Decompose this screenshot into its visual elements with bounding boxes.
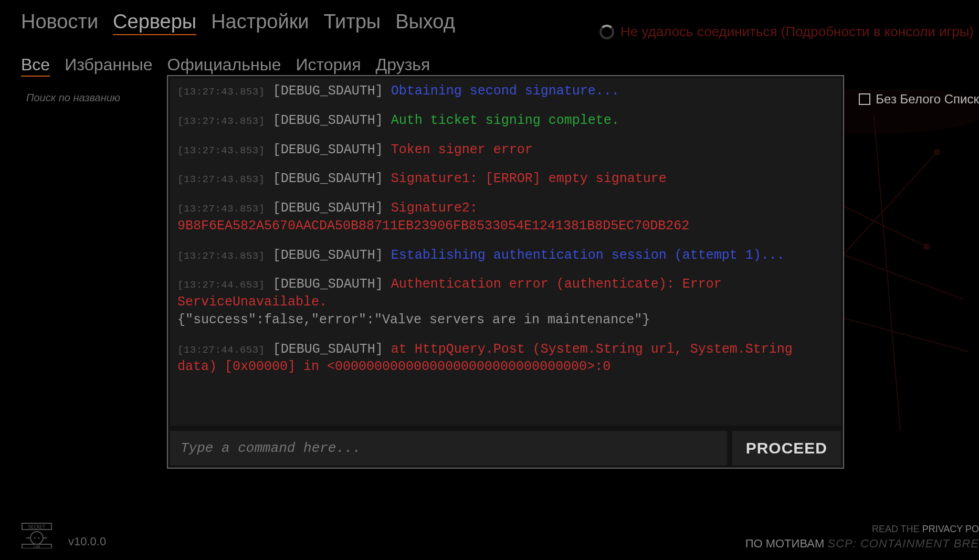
footer-left: SECRET LAB v10.0.0 — [21, 522, 106, 548]
nav-item-1[interactable]: Серверы — [113, 10, 196, 35]
inspiration-line: ПО МОТИВАМ SCP: CONTAINMENT BRE — [745, 537, 979, 551]
proceed-button[interactable]: PROCEED — [732, 431, 841, 466]
server-filter-tabs: ВсеИзбранныеОфициальныеИсторияДрузья — [21, 55, 430, 77]
console-input-row: PROCEED — [170, 431, 841, 466]
log-line: [13:27:43.853] [DEBUG_SDAUTH] Token sign… — [177, 141, 834, 159]
motive-prefix: ПО МОТИВАМ — [745, 537, 828, 550]
log-line: [13:27:43.853] [DEBUG_SDAUTH] Signature2… — [177, 199, 834, 235]
svg-text:SECRET: SECRET — [28, 524, 46, 530]
svg-point-14 — [34, 537, 36, 539]
connection-status: Не удалось соединиться (Подробности в ко… — [599, 24, 974, 40]
log-line: [13:27:43.853] [DEBUG_SDAUTH] Auth ticke… — [177, 112, 834, 130]
connection-text: Не удалось соединиться (Подробности в ко… — [620, 24, 974, 40]
console-log: [13:27:43.853] [DEBUG_SDAUTH] Obtaining … — [170, 78, 841, 426]
command-input[interactable] — [170, 431, 727, 466]
svg-point-6 — [924, 244, 929, 249]
without-whitelist-checkbox[interactable]: Без Белого Списк — [859, 92, 979, 107]
filter-tab-1[interactable]: Избранные — [65, 55, 152, 77]
nav-item-4[interactable]: Выход — [395, 10, 455, 35]
nav-item-3[interactable]: Титры — [324, 10, 381, 35]
log-line: [13:27:43.853] [DEBUG_SDAUTH] Establishi… — [177, 247, 834, 265]
nav-item-2[interactable]: Настройки — [211, 10, 309, 35]
debug-console: [13:27:43.853] [DEBUG_SDAUTH] Obtaining … — [167, 75, 844, 469]
svg-point-9 — [934, 150, 940, 155]
main-nav: НовостиСерверыНастройкиТитрыВыход — [21, 10, 455, 35]
svg-point-15 — [38, 537, 40, 539]
privacy-link[interactable]: PRIVACY PO — [922, 524, 979, 534]
checkbox-icon[interactable] — [859, 93, 870, 105]
log-line: [13:27:44.653] [DEBUG_SDAUTH] at HttpQue… — [177, 341, 834, 376]
version-label: v10.0.0 — [68, 535, 106, 548]
privacy-line: READ THE PRIVACY PO — [745, 524, 979, 535]
filter-tab-4[interactable]: Друзья — [376, 55, 430, 77]
footer-right: READ THE PRIVACY PO ПО МОТИВАМ SCP: CONT… — [745, 524, 979, 551]
loading-spinner-icon — [599, 25, 614, 39]
log-line: [13:27:43.853] [DEBUG_SDAUTH] Obtaining … — [177, 82, 834, 100]
filter-tab-0[interactable]: Все — [21, 55, 50, 77]
filter-tab-2[interactable]: Официальные — [167, 55, 281, 77]
filter-tab-3[interactable]: История — [296, 55, 361, 77]
svg-text:LAB: LAB — [34, 545, 40, 548]
svg-point-13 — [30, 532, 43, 544]
search-input[interactable]: Поиск по названию — [26, 92, 120, 104]
svg-line-4 — [874, 115, 900, 430]
whitelist-label: Без Белого Списк — [876, 92, 979, 107]
log-line: [13:27:44.653] [DEBUG_SDAUTH] Authentica… — [177, 276, 834, 329]
nav-item-0[interactable]: Новости — [21, 10, 98, 35]
privacy-prefix: READ THE — [872, 524, 922, 534]
motive-title: SCP: CONTAINMENT BRE — [827, 537, 979, 550]
studio-logo-icon: SECRET LAB — [21, 522, 52, 548]
log-line: [13:27:43.853] [DEBUG_SDAUTH] Signature1… — [177, 170, 834, 188]
